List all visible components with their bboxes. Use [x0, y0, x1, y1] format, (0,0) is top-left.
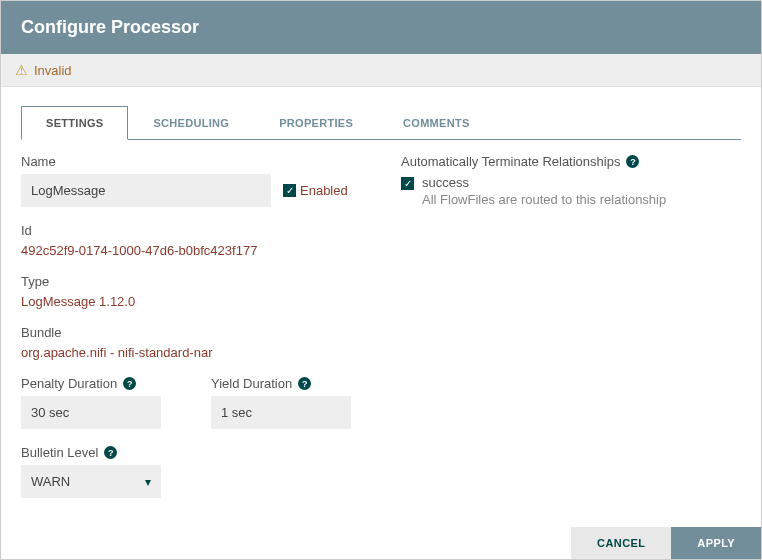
tab-properties[interactable]: PROPERTIES — [254, 106, 378, 140]
tab-bar: SETTINGS SCHEDULING PROPERTIES COMMENTS — [21, 105, 741, 140]
bulletin-level-select[interactable]: ▾ — [21, 465, 161, 498]
status-text: Invalid — [34, 63, 72, 78]
dialog-title: Configure Processor — [1, 1, 761, 54]
check-icon: ✓ — [283, 184, 296, 197]
bundle-value: org.apache.nifi - nifi-standard-nar — [21, 345, 391, 360]
penalty-label: Penalty Duration — [21, 376, 117, 391]
penalty-duration-input[interactable] — [21, 396, 161, 429]
yield-duration-input[interactable] — [211, 396, 351, 429]
relationship-item[interactable]: ✓ success — [401, 175, 741, 190]
warning-icon: ⚠ — [15, 62, 28, 78]
yield-label: Yield Duration — [211, 376, 292, 391]
relationships-header: Automatically Terminate Relationships — [401, 154, 620, 169]
check-icon: ✓ — [401, 177, 414, 190]
help-icon[interactable]: ? — [626, 155, 639, 168]
name-input[interactable] — [21, 174, 271, 207]
tab-settings[interactable]: SETTINGS — [21, 106, 128, 140]
status-bar: ⚠ Invalid — [1, 54, 761, 87]
enabled-checkbox[interactable]: ✓ Enabled — [283, 183, 348, 198]
bundle-label: Bundle — [21, 325, 391, 340]
bulletin-level-value[interactable] — [21, 465, 161, 498]
name-label: Name — [21, 154, 391, 169]
help-icon[interactable]: ? — [298, 377, 311, 390]
help-icon[interactable]: ? — [123, 377, 136, 390]
enabled-label: Enabled — [300, 183, 348, 198]
help-icon[interactable]: ? — [104, 446, 117, 459]
type-label: Type — [21, 274, 391, 289]
type-value: LogMessage 1.12.0 — [21, 294, 391, 309]
cancel-button[interactable]: CANCEL — [571, 527, 671, 559]
relationship-desc: All FlowFiles are routed to this relatio… — [422, 192, 741, 207]
relationship-name: success — [422, 175, 469, 190]
tab-scheduling[interactable]: SCHEDULING — [128, 106, 254, 140]
id-value: 492c52f9-0174-1000-47d6-b0bfc423f177 — [21, 243, 391, 258]
bulletin-label: Bulletin Level — [21, 445, 98, 460]
tab-comments[interactable]: COMMENTS — [378, 106, 495, 140]
apply-button[interactable]: APPLY — [671, 527, 761, 559]
id-label: Id — [21, 223, 391, 238]
